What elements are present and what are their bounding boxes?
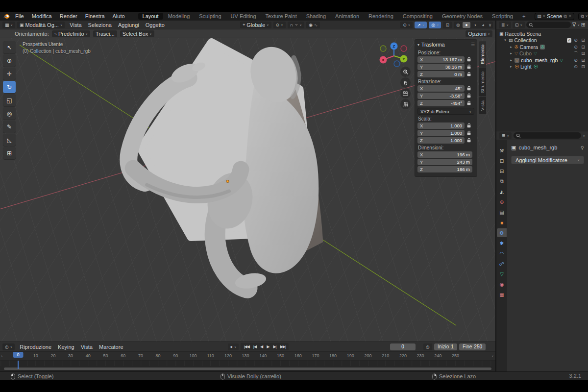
properties-tab-texture[interactable]: ▦ <box>497 290 507 299</box>
zoom-button[interactable] <box>400 67 411 77</box>
outliner-search[interactable] <box>526 22 571 28</box>
ruler-tick[interactable]: 170 <box>312 353 319 358</box>
render-camera-icon[interactable]: ⊡ <box>580 58 586 63</box>
camera-view-button[interactable] <box>400 88 411 98</box>
tool-button-tweak-select[interactable]: ↖ <box>3 41 16 53</box>
dimension-field[interactable]: Z 186 m <box>417 166 472 172</box>
neg-y-axis-ball[interactable] <box>380 46 386 51</box>
eye-icon[interactable]: ⊙ <box>573 38 579 43</box>
ruler-tick[interactable]: 110 <box>207 353 214 358</box>
ruler-tick[interactable]: 190 <box>347 353 354 358</box>
funnel-filter-icon[interactable]: ∇ <box>572 22 576 28</box>
lock-open-icon[interactable] <box>466 93 471 98</box>
playback-prev-keyframe[interactable]: |◀ <box>251 344 258 349</box>
collapse-caret-icon[interactable]: ▾ <box>417 43 419 47</box>
workspace-tab-[interactable]: Rendering <box>364 13 398 20</box>
outliner-row-light[interactable]: ▸ ⦿ Light ⦿ ⊙ ⊡ <box>506 64 588 71</box>
expand-caret-icon[interactable]: ▸ <box>509 45 513 49</box>
navigation-gizmo[interactable]: Z X Y <box>379 40 409 70</box>
tool-button-rotate[interactable]: ↻ <box>3 81 16 93</box>
ruler-tick[interactable]: 100 <box>189 353 196 358</box>
outliner-row-scene-collection[interactable]: ▣ Raccolta Scena <box>496 30 588 37</box>
outliner-row-cubo-mesh-rgb[interactable]: ▸ ▽ cubo_mesh_rgb ▽ ⊙ ⊡ <box>506 57 588 64</box>
properties-search-input[interactable] <box>522 133 579 138</box>
outliner-display-mode-dropdown[interactable]: ≣ ∨ <box>499 22 511 28</box>
editor-type-button[interactable]: ▦ ∨ <box>2 22 15 28</box>
properties-tab-output[interactable]: ⊟ <box>497 167 507 175</box>
ruler-tick[interactable]: 30 <box>68 353 73 358</box>
select-mode-dropdown[interactable]: Select Box ∨ <box>120 30 154 37</box>
position-field[interactable]: X 13.167 m <box>417 56 465 63</box>
outliner-filter-dropdown[interactable]: ⊡ ∨ <box>513 22 525 28</box>
properties-tab-material[interactable]: ◉ <box>497 280 507 289</box>
properties-tab-collection[interactable]: ▤ <box>497 208 507 217</box>
ruler-tick[interactable]: 160 <box>294 353 302 358</box>
npanel-tab-[interactable]: Elemento <box>479 41 486 68</box>
tool-button-measure[interactable]: ◺ <box>3 134 16 146</box>
options-dropdown[interactable]: Opzioni ∨ <box>466 30 492 37</box>
properties-tab-modifiers[interactable]: ⚙ <box>497 228 507 237</box>
gizmos-toggle[interactable]: ↗ ∨ <box>415 22 427 28</box>
playback-play[interactable]: ▶ <box>265 344 271 349</box>
rotation-mode-dropdown[interactable]: XYZ di Eulero ∨ <box>417 108 474 115</box>
outliner-row-cubo[interactable]: ▸ ▽ Cubo ▽ ⌒ ⊡ <box>506 50 588 57</box>
ruler-tick[interactable]: 240 <box>434 353 441 358</box>
render-camera-icon[interactable]: ⊡ <box>580 38 586 43</box>
properties-tab-tool[interactable]: ⚒ <box>497 146 507 155</box>
shading-wireframe-button[interactable]: ◍ <box>454 22 462 28</box>
current-frame-field[interactable]: 0 <box>390 343 416 350</box>
ruler-tick[interactable]: 220 <box>399 353 407 358</box>
workspace-tab-[interactable]: + <box>518 13 530 20</box>
lock-open-icon[interactable] <box>466 138 471 143</box>
timeline-menu-item[interactable]: Vista <box>78 343 96 350</box>
expand-caret-icon[interactable]: ▸ <box>509 51 513 55</box>
pin-icon[interactable]: ⚲ <box>581 145 584 150</box>
overlays-toggle[interactable]: ◎ ∨ <box>429 22 441 28</box>
outliner-row-camera[interactable]: ▸ ✇ Camera ✇ ⊙ ⊡ <box>506 44 588 50</box>
transform-panel-header[interactable]: ▾ Trasforma ☰ <box>417 41 474 49</box>
workspace-tab-[interactable]: Compositing <box>398 13 437 20</box>
collapse-right-icon[interactable]: ‹ <box>492 354 493 359</box>
eye-icon[interactable]: ⊙ <box>573 64 579 69</box>
properties-tab-constraints[interactable]: ☍ <box>497 259 507 268</box>
playback-jump-to-start[interactable]: |◀◀ <box>242 344 251 349</box>
3d-viewport[interactable]: Prospettiva Utente (0) Collection | cubo… <box>0 38 495 342</box>
eye-icon[interactable]: ⊙ <box>573 58 579 63</box>
drag-dropdown[interactable]: Trasci... <box>93 30 117 37</box>
lock-open-icon[interactable] <box>466 123 471 128</box>
render-camera-icon[interactable]: ⊡ <box>580 45 586 49</box>
ruler-tick[interactable]: 250 <box>452 353 459 358</box>
viewport-menu-item[interactable]: Seleziona <box>85 22 115 28</box>
ruler-tick[interactable]: 140 <box>259 353 267 358</box>
toggle-perspective-button[interactable] <box>400 99 411 109</box>
render-camera-icon[interactable]: ⊡ <box>580 51 586 56</box>
shading-solid-button[interactable]: ● <box>463 22 470 28</box>
viewport-menu-item[interactable]: Aggiungi <box>115 22 142 28</box>
pivot-point-dropdown[interactable]: ⊙ ∨ <box>273 22 286 28</box>
position-field[interactable]: Z 0 m <box>417 71 465 77</box>
frame-end-field[interactable]: Fine 250 <box>459 343 486 350</box>
viewlayer-selector[interactable]: ⧉ ∨ ViewLayer ⧉ ✕ <box>578 13 588 20</box>
ruler-tick[interactable]: 60 <box>121 353 125 358</box>
lock-open-icon[interactable] <box>466 64 471 70</box>
ruler-tick[interactable]: 210 <box>382 353 389 358</box>
menu-item[interactable]: Render <box>56 13 81 20</box>
eye-icon[interactable]: ⊙ <box>573 45 579 49</box>
shading-material-button[interactable]: ◑ <box>471 22 479 28</box>
neg-z-axis-ball[interactable] <box>394 61 400 67</box>
lock-open-icon[interactable] <box>466 130 471 136</box>
ruler-tick[interactable]: 70 <box>138 353 143 358</box>
dimension-field[interactable]: Y 243 m <box>417 159 472 165</box>
timeline-menu-item[interactable]: Keying <box>55 343 77 350</box>
playback-next-keyframe[interactable]: ▶| <box>271 344 278 349</box>
dimension-field[interactable]: X 196 m <box>417 151 472 158</box>
frame-start-field[interactable]: Inizio 1 <box>434 343 457 350</box>
workspace-tab-[interactable]: Texture Paint <box>261 13 301 20</box>
tool-button-add-cube[interactable]: ⊞ <box>3 147 16 159</box>
neg-x-axis-ball[interactable] <box>401 46 407 51</box>
workspace-tab-[interactable]: Modeling <box>164 13 195 20</box>
use-preview-range-button[interactable]: ◷ <box>423 343 432 350</box>
timeline-menu-item[interactable]: Marcatore <box>96 343 126 350</box>
scale-field[interactable]: X 1.000 <box>417 122 465 129</box>
viewport-menu-item[interactable]: Vista <box>67 22 84 28</box>
